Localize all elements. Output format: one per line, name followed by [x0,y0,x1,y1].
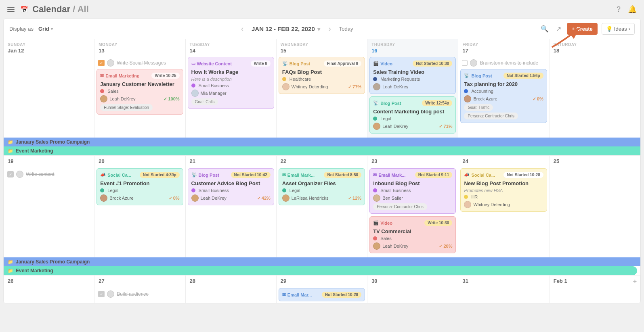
menu-icon[interactable] [6,5,16,13]
event-card[interactable]: 📣Social Ca...Not Started 10:28 New Blog … [460,168,547,212]
display-as-label: Display as [9,26,34,32]
completed-task[interactable]: ✓Write content [6,168,92,180]
completed-task[interactable]: ✓Build audience [96,288,183,300]
video-icon: 🎬 [373,61,379,66]
rss-icon: 📡 [373,100,379,106]
help-icon[interactable]: ? [615,4,622,15]
create-button[interactable]: + Create [567,23,598,35]
event-card[interactable]: ✉Email Mark...Not Started 8:50 Asset Org… [279,168,365,205]
completed-task[interactable]: Brainstorm items to include [460,57,547,69]
breadcrumb: Calendar / All [32,4,89,15]
folder-icon: 📁 [8,259,13,265]
website-icon: ▭ [191,61,195,66]
event-card[interactable]: 📡Blog PostNot Started 1:56p Tax planning… [460,69,547,123]
event-card[interactable]: 🎬VideoNot Started 10:30 Sales Training V… [369,57,456,94]
ideas-button[interactable]: 💡 Ideas › [602,23,635,35]
share-icon[interactable]: ↗ [554,23,563,34]
dow-sun: SUNDAY [8,42,90,47]
event-card[interactable]: 📡Blog PostFinal Approval 8 FAQs Blog Pos… [279,57,365,94]
event-card[interactable]: ✉Email Mark...Not Started 9:11 Inbound B… [369,168,456,214]
bell-icon[interactable]: 🔔 [626,3,638,15]
next-range-button[interactable]: › [326,24,334,34]
event-card[interactable]: 🎬VideoWrite 10:30 TV Commercial Sales Le… [369,216,456,253]
rss-icon: 📡 [464,73,470,78]
add-event-button[interactable]: + [633,278,637,285]
event-card[interactable]: ✉Email Mar...Not Started 10:28 [279,288,365,301]
event-card[interactable]: 📣Social Ca...Not Started 4:39p Event #1 … [96,168,183,205]
email-icon: ✉ [282,172,286,177]
campaign-strip[interactable]: 📁Event Marketing [4,266,637,275]
date-range[interactable]: JAN 12 - FEB 22, 2020▾ [252,25,321,33]
event-card[interactable]: 📡Blog PostWrite 12:54p Content Marketing… [369,96,456,134]
prev-range-button[interactable]: ‹ [239,24,246,34]
event-card[interactable]: ✉Email MarketingWrite 10:25 January Cust… [96,69,183,115]
event-card[interactable]: ▭Website ContentWrite 8 How It Works Pag… [188,57,274,109]
email-icon: ✉ [373,172,377,177]
video-icon: 🎬 [373,220,379,226]
completed-task[interactable]: ✓Write Social Messages [96,57,183,69]
event-card[interactable]: 📡Blog PostNot Started 10:42 Customer Adv… [188,168,274,205]
megaphone-icon: 📣 [100,172,106,177]
campaign-strip[interactable]: 📁January Sales Promo Campaign [4,257,640,266]
megaphone-icon: 📣 [464,172,470,177]
campaign-strip[interactable]: 📁January Sales Promo Campaign [4,138,640,146]
folder-icon: 📁 [8,140,13,145]
email-icon: ✉ [100,73,104,78]
campaign-strip[interactable]: 📁Event Marketing [4,146,640,155]
search-icon[interactable]: 🔍 [539,23,550,34]
calendar-icon: 📅 [20,6,28,13]
today-button[interactable]: Today [339,26,353,32]
display-as-dropdown[interactable]: Grid▾ [38,26,53,32]
rss-icon: 📡 [191,172,197,177]
rss-icon: 📡 [282,61,288,66]
folder-icon: 📁 [8,148,13,154]
email-icon: ✉ [282,292,286,297]
folder-icon: 📁 [8,268,13,274]
